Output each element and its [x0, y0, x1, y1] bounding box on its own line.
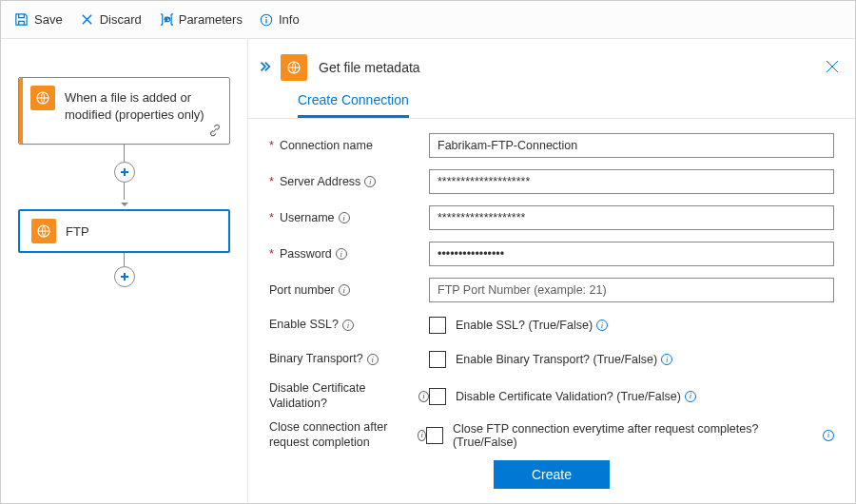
add-step-button-2[interactable]	[114, 266, 135, 287]
save-button[interactable]: Save	[14, 12, 63, 27]
username-label: Usernamei	[269, 211, 429, 224]
ftp-node[interactable]: FTP	[18, 209, 230, 253]
panel-tabs: Create Connection	[248, 85, 855, 119]
enable-ssl-checkbox[interactable]	[429, 317, 446, 334]
ftp-connector-icon	[31, 219, 56, 243]
server-address-input[interactable]	[429, 169, 834, 194]
info-icon[interactable]: i	[418, 391, 429, 402]
panel-header: Get file metadata	[248, 39, 855, 85]
disable-cert-checkbox[interactable]	[429, 388, 446, 405]
info-icon[interactable]: i	[364, 176, 376, 187]
tab-create-connection[interactable]: Create Connection	[298, 92, 409, 118]
parameters-button[interactable]: Parameters	[159, 12, 243, 27]
binary-transport-checkbox[interactable]	[429, 351, 446, 368]
ftp-connector-icon	[281, 54, 307, 81]
properties-panel: Get file metadata Create Connection Conn…	[248, 39, 855, 504]
disable-cert-desc: Disable Certificate Validation? (True/Fa…	[456, 390, 696, 403]
toolbar: Save Discard Parameters Info	[1, 1, 855, 39]
ftp-connector-icon	[30, 86, 55, 110]
close-connection-checkbox[interactable]	[426, 427, 443, 444]
info-icon[interactable]: i	[418, 430, 426, 441]
save-icon	[14, 12, 29, 27]
designer-canvas: When a file is added or modified (proper…	[1, 39, 248, 504]
connection-name-input[interactable]	[429, 133, 834, 158]
password-input[interactable]	[429, 242, 834, 266]
close-panel-button[interactable]	[825, 59, 840, 77]
info-button[interactable]: Info	[260, 12, 300, 27]
port-number-input[interactable]	[429, 278, 834, 302]
connection-form: Connection name Server Addressi Username…	[248, 119, 855, 498]
info-icon[interactable]: i	[339, 212, 350, 223]
arrow-icon	[18, 200, 230, 209]
create-button[interactable]: Create	[494, 460, 610, 489]
connector-line	[124, 145, 125, 162]
parameters-label: Parameters	[179, 12, 243, 27]
info-icon[interactable]: i	[339, 284, 350, 296]
parameters-icon	[159, 12, 173, 27]
discard-label: Discard	[100, 12, 142, 27]
close-connection-desc: Close FTP connection everytime after req…	[453, 422, 834, 449]
connector-line	[124, 183, 125, 200]
info-icon[interactable]: i	[685, 391, 696, 402]
link-icon	[208, 124, 222, 140]
port-number-label: Port numberi	[269, 283, 429, 297]
info-icon	[260, 13, 273, 27]
connection-name-label: Connection name	[269, 139, 429, 152]
connector-line	[124, 253, 125, 266]
ftp-node-label: FTP	[66, 222, 219, 241]
close-connection-label: Close connection after request completio…	[269, 420, 426, 450]
username-input[interactable]	[429, 205, 834, 230]
server-address-label: Server Addressi	[269, 175, 429, 188]
binary-transport-desc: Enable Binary Transport? (True/False)i	[456, 353, 672, 366]
binary-transport-label: Binary Transport?i	[269, 352, 429, 367]
save-label: Save	[34, 12, 63, 27]
info-icon[interactable]: i	[336, 248, 347, 260]
info-icon[interactable]: i	[661, 354, 672, 365]
trigger-node[interactable]: When a file is added or modified (proper…	[18, 77, 230, 145]
info-icon[interactable]: i	[367, 354, 379, 365]
disable-cert-label: Disable Certificate Validation?i	[269, 381, 429, 411]
enable-ssl-label: Enable SSL?i	[269, 318, 429, 333]
collapse-panel-button[interactable]	[258, 60, 271, 76]
info-icon[interactable]: i	[596, 320, 608, 331]
add-step-button-1[interactable]	[114, 162, 135, 183]
password-label: Passwordi	[269, 247, 429, 261]
info-icon[interactable]: i	[823, 430, 834, 441]
trigger-label: When a file is added or modified (proper…	[65, 86, 220, 123]
svg-point-2	[265, 16, 267, 18]
node-accent	[19, 78, 23, 144]
enable-ssl-desc: Enable SSL? (True/False)i	[456, 319, 608, 332]
discard-button[interactable]: Discard	[80, 12, 142, 27]
info-label: Info	[279, 12, 300, 27]
panel-title: Get file metadata	[319, 60, 420, 75]
info-icon[interactable]: i	[342, 320, 354, 331]
discard-icon	[80, 12, 94, 27]
